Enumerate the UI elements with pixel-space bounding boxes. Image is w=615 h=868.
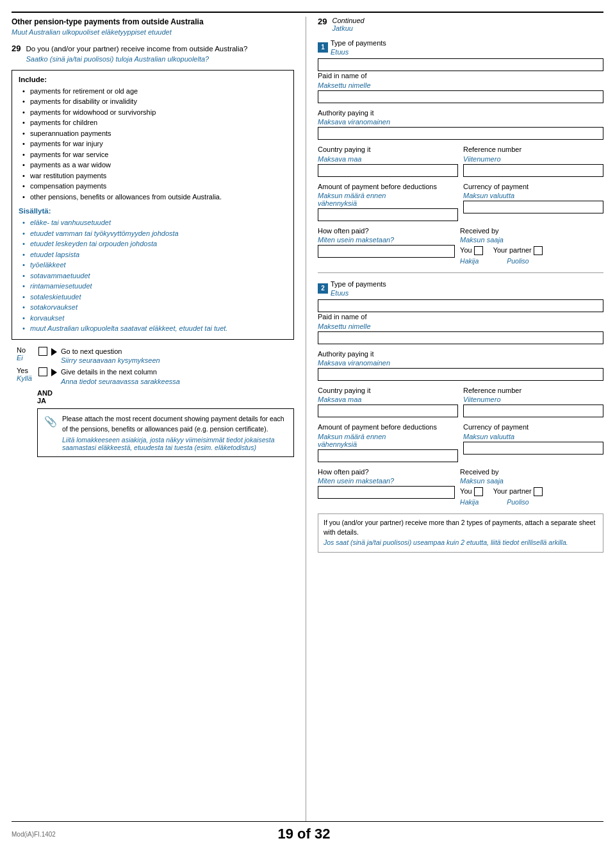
list-item: etuudet vamman tai työkyvyttömyyden johd… — [21, 228, 287, 239]
s1-you-checkbox[interactable] — [474, 246, 483, 255]
s2-amount-input[interactable] — [318, 449, 458, 462]
s1-country-group: Country paying it Maksava maa — [318, 145, 458, 176]
yes-checkbox[interactable] — [38, 367, 47, 376]
section-title: Other pension-type payments from outside… — [12, 17, 294, 28]
footer-left: Mod(iA)FI.1402 — [12, 831, 56, 838]
s2-amount-group: Amount of payment before deductions Maks… — [318, 422, 458, 462]
s1-paid-name-group: Paid in name of Maksettu nimelle — [318, 71, 603, 103]
no-label: No Ei — [17, 346, 35, 362]
left-column: Other pension-type payments from outside… — [12, 17, 306, 821]
list-item: sotaleskietuudet — [21, 292, 287, 303]
s2-partner-item: Your partner — [493, 486, 543, 497]
s1-you-partner-row: You Your partner — [460, 245, 603, 256]
s1-you-label: You — [460, 245, 472, 256]
question-number: 29 — [12, 44, 20, 53]
s2-authority-input[interactable] — [318, 368, 603, 381]
list-item: payments as a war widow — [21, 160, 287, 171]
list-item: sotakorvaukset — [21, 302, 287, 313]
section-2-header: 2 Type of payments Etuus — [318, 280, 603, 297]
top-rule — [12, 12, 603, 13]
s2-ref-input[interactable] — [463, 405, 603, 417]
s2-amount-currency-row: Amount of payment before deductions Maks… — [318, 422, 603, 462]
s1-partner-label: Your partner — [493, 245, 532, 256]
s2-howoften-input[interactable] — [318, 486, 455, 499]
note-section: 📎 Please attach the most recent document… — [12, 408, 294, 458]
list-item: war restitution payments — [21, 171, 287, 181]
yes-arrow — [51, 369, 57, 376]
s2-you-checkbox[interactable] — [474, 487, 483, 496]
section-2-badge: 2 — [318, 283, 328, 294]
section-2: 2 Type of payments Etuus Paid in name of… — [318, 280, 603, 506]
s1-type-input[interactable] — [318, 58, 603, 71]
s2-partner-label: Your partner — [493, 486, 532, 497]
section-divider — [318, 272, 603, 273]
list-item: other pensions, benefits or allowances f… — [21, 192, 287, 203]
page: Other pension-type payments from outside… — [0, 0, 615, 868]
s1-you-item: You — [460, 245, 483, 256]
question-text-it: Saatko (sinä ja/tai puolisosi) tuloja Au… — [26, 54, 247, 64]
list-item: rintamamiesetuudet — [21, 281, 287, 292]
list-item: eläke- tai vanhuusetuudet — [21, 217, 287, 228]
include-box: Include: payments for retirement or old … — [12, 70, 294, 340]
s1-currency-input[interactable] — [463, 201, 603, 213]
and-block: ANDJA — [12, 389, 294, 405]
q-num-right: 29 — [318, 17, 327, 32]
s2-country-input[interactable] — [318, 405, 458, 417]
right-column: 29 Continued Jatkuu 1 Type of payments E… — [306, 17, 603, 821]
no-arrow — [51, 348, 57, 356]
s1-country-input[interactable] — [318, 164, 458, 177]
s1-authority-group: Authority paying it Maksava viranomainen — [318, 108, 603, 140]
yes-instruction: Give details in the next column Anna tie… — [61, 367, 180, 385]
if-more-box: If you (and/or your partner) receive mor… — [318, 513, 603, 553]
include-title: Include: — [19, 76, 287, 83]
s2-paid-name-input[interactable] — [318, 331, 603, 344]
list-item: etuudet lapsista — [21, 249, 287, 260]
s1-ref-group: Reference number Viitenumero — [463, 145, 603, 176]
s1-paid-name-input[interactable] — [318, 90, 603, 103]
s2-received-group: Received by Maksun saaja You Your partne… — [460, 467, 603, 506]
s2-paid-name-group: Paid in name of Maksettu nimelle — [318, 312, 603, 344]
section-subtitle: Muut Australian ulkopuoliset eläketyyppi… — [12, 28, 294, 37]
footer: Mod(iA)FI.1402 19 of 32 — [12, 821, 603, 842]
s2-you-item: You — [460, 486, 483, 497]
list-item: muut Australian ulkopuolelta saatavat el… — [21, 323, 287, 334]
list-item: etuudet leskeyden tai orpouden johdosta — [21, 238, 287, 249]
s1-howoften-received-row: How often paid? Miten usein maksetaan? R… — [318, 226, 603, 265]
section-2-type-label: Type of payments Etuus — [331, 280, 386, 297]
list-item: korvaukset — [21, 313, 287, 324]
no-instruction: Go to next question Siirry seuraavaan ky… — [61, 346, 160, 365]
s1-howoften-input[interactable] — [318, 245, 455, 258]
s2-currency-input[interactable] — [463, 442, 603, 455]
finnish-list: eläke- tai vanhuusetuudet etuudet vamman… — [21, 217, 287, 334]
s2-ref-group: Reference number Viitenumero — [463, 386, 603, 417]
main-layout: Other pension-type payments from outside… — [12, 17, 603, 821]
note-content: Please attach the most recent document s… — [62, 414, 287, 452]
section-1-badge: 1 — [318, 42, 328, 53]
footer-center: 19 of 32 — [277, 826, 330, 842]
s1-authority-input[interactable] — [318, 127, 603, 140]
s1-amount-input[interactable] — [318, 208, 458, 221]
list-item: payments for retirement or old age — [21, 86, 287, 97]
s2-howoften-group: How often paid? Miten usein maksetaan? — [318, 467, 455, 499]
s2-hakija-puoliso-row: Hakija Puoliso — [460, 498, 603, 506]
list-item: payments for war injury — [21, 138, 287, 149]
list-item: payments for children — [21, 117, 287, 128]
continued-block: Continued Jatkuu — [332, 17, 364, 32]
s2-you-label: You — [460, 486, 472, 497]
section-1: 1 Type of payments Etuus Paid in name of… — [318, 38, 603, 265]
section-1-type-label: Type of payments Etuus — [331, 38, 386, 56]
s1-partner-item: Your partner — [493, 245, 543, 256]
s1-currency-group: Currency of payment Maksun valuutta — [463, 182, 603, 221]
question-row: 29 Do you (and/or your partner) receive … — [12, 44, 294, 65]
s1-ref-input[interactable] — [463, 164, 603, 177]
s2-partner-checkbox[interactable] — [534, 487, 543, 496]
note-box: 📎 Please attach the most recent document… — [37, 408, 294, 458]
s1-hakija-puoliso-row: Hakija Puoliso — [460, 257, 603, 265]
s1-partner-checkbox[interactable] — [534, 246, 543, 255]
yes-label: Yes Kyllä — [17, 367, 35, 382]
list-item: payments for disability or invalidity — [21, 96, 287, 107]
s2-type-input[interactable] — [318, 299, 603, 312]
s2-currency-group: Currency of payment Maksun valuutta — [463, 422, 603, 462]
no-checkbox[interactable] — [38, 347, 47, 356]
question-content: Do you (and/or your partner) receive inc… — [26, 44, 247, 65]
